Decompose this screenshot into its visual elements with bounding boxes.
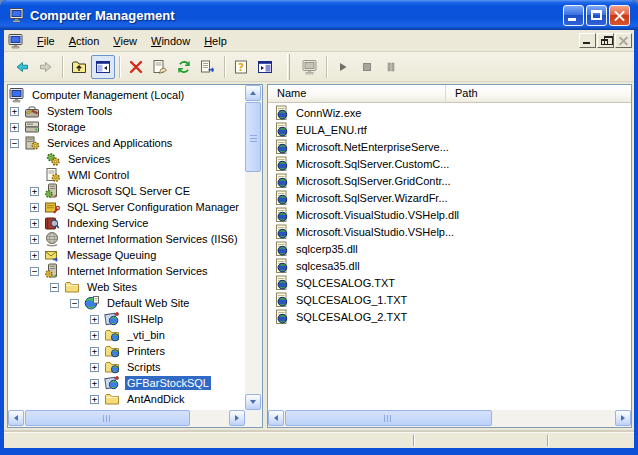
- list-item[interactable]: EULA_ENU.rtf: [268, 121, 631, 138]
- tree-item-services-and-applications[interactable]: − Services and Applications: [8, 135, 245, 151]
- expand-toggle[interactable]: +: [30, 235, 39, 244]
- tree-item-wmi-control[interactable]: WMI Control: [8, 167, 245, 183]
- scroll-left-button[interactable]: [268, 410, 284, 426]
- maximize-button[interactable]: [586, 5, 607, 26]
- toolbar-show-console-tree-button[interactable]: [91, 55, 115, 79]
- show-console-tree-icon: [95, 59, 111, 75]
- expand-toggle[interactable]: +: [30, 219, 39, 228]
- mdi-buttons: [579, 33, 632, 48]
- scroll-right-button[interactable]: [615, 410, 631, 426]
- tree-vscroll-thumb[interactable]: [245, 102, 261, 172]
- expand-toggle[interactable]: +: [90, 395, 99, 404]
- tree-item-system-tools[interactable]: + System Tools: [8, 103, 245, 119]
- toolbar-show-action-pane-button[interactable]: [253, 55, 277, 79]
- expand-toggle[interactable]: +: [90, 315, 99, 324]
- toolbar-export-list-button[interactable]: [196, 55, 220, 79]
- expand-toggle[interactable]: +: [90, 347, 99, 356]
- tree-horizontal-scrollbar[interactable]: [8, 410, 245, 427]
- tree-item-sql-config-manager[interactable]: + SQL Server Configuration Manager: [8, 199, 245, 215]
- menu-view[interactable]: View: [106, 32, 144, 50]
- column-header-path[interactable]: Path: [446, 85, 631, 103]
- menu-help[interactable]: Help: [197, 32, 234, 50]
- toolbar-back-button[interactable]: [10, 55, 34, 79]
- scroll-up-button[interactable]: [245, 85, 261, 101]
- tree-item-antanddick[interactable]: + AntAndDick: [8, 391, 245, 407]
- tree-item-web-sites[interactable]: − Web Sites: [8, 279, 245, 295]
- toolbar-up-one-level-button[interactable]: [67, 55, 91, 79]
- list-item[interactable]: sqlcesa35.dll: [268, 257, 631, 274]
- expand-toggle[interactable]: +: [90, 331, 99, 340]
- webapp-icon: [104, 311, 120, 327]
- toolbar-forward-button[interactable]: [34, 55, 58, 79]
- menu-file[interactable]: File: [30, 32, 62, 50]
- list-item[interactable]: Microsoft.SqlServer.WizardFr...: [268, 189, 631, 206]
- toolbar-help-button[interactable]: ?: [229, 55, 253, 79]
- mdi-close-button[interactable]: [615, 33, 632, 48]
- mdi-minimize-button[interactable]: [579, 33, 596, 48]
- computer-management-window: Computer Management File Action View Win…: [0, 0, 638, 455]
- tree-item-sql-server-ce[interactable]: + Microsoft SQL Server CE: [8, 183, 245, 199]
- close-button[interactable]: [609, 5, 630, 26]
- toolbar-stop-service-button[interactable]: [355, 55, 379, 79]
- tree-item-default-web-site[interactable]: − Default Web Site: [8, 295, 245, 311]
- mdi-restore-button[interactable]: [597, 33, 614, 48]
- titlebar[interactable]: Computer Management: [0, 0, 638, 30]
- indexing-icon: [44, 215, 60, 231]
- tree-item-vti-bin[interactable]: + _vti_bin: [8, 327, 245, 343]
- tree-vertical-scrollbar[interactable]: [245, 85, 262, 410]
- expand-toggle[interactable]: +: [30, 251, 39, 260]
- tree-item-iis[interactable]: − Internet Information Services: [8, 263, 245, 279]
- expand-toggle[interactable]: +: [90, 379, 99, 388]
- computer-icon: [9, 7, 25, 23]
- computer-icon[interactable]: [8, 33, 24, 49]
- expand-toggle[interactable]: +: [10, 107, 19, 116]
- list-item[interactable]: Microsoft.VisualStudio.VSHelp.dll: [268, 206, 631, 223]
- scroll-left-button[interactable]: [8, 410, 24, 426]
- expand-toggle[interactable]: +: [30, 203, 39, 212]
- toolbar-connect-computer-button[interactable]: [298, 55, 322, 79]
- list-item[interactable]: Microsoft.VisualStudio.VSHelp...: [268, 223, 631, 240]
- menu-action[interactable]: Action: [62, 32, 107, 50]
- expand-toggle[interactable]: +: [90, 363, 99, 372]
- toolbar-pause-service-button[interactable]: [379, 55, 403, 79]
- list-item[interactable]: SQLCESALOG_2.TXT: [268, 308, 631, 325]
- collapse-toggle[interactable]: −: [30, 267, 39, 276]
- collapse-toggle[interactable]: −: [10, 139, 19, 148]
- file-name: Microsoft.VisualStudio.VSHelp.dll: [294, 208, 461, 222]
- list-item[interactable]: SQLCESALOG_1.TXT: [268, 291, 631, 308]
- collapse-toggle[interactable]: −: [50, 283, 59, 292]
- tree-item-gfbarstocksql-selected[interactable]: + GFBarStockSQL: [8, 375, 245, 391]
- tree-item-services[interactable]: Services: [8, 151, 245, 167]
- mdi-restore-icon: [601, 39, 608, 45]
- collapse-toggle[interactable]: −: [70, 299, 79, 308]
- toolbar-start-service-button[interactable]: [331, 55, 355, 79]
- delete-icon: [128, 59, 144, 75]
- tree-item-scripts[interactable]: + Scripts: [8, 359, 245, 375]
- tree-item-indexing-service[interactable]: + Indexing Service: [8, 215, 245, 231]
- tree-item-printers[interactable]: + Printers: [8, 343, 245, 359]
- tree-item-storage[interactable]: + Storage: [8, 119, 245, 135]
- menu-window[interactable]: Window: [144, 32, 197, 50]
- list-item[interactable]: Microsoft.SqlServer.GridContr...: [268, 172, 631, 189]
- tree-item-iis6[interactable]: + Internet Information Services (IIS6): [8, 231, 245, 247]
- tree-hscroll-thumb[interactable]: [25, 410, 190, 426]
- list-item[interactable]: Microsoft.SqlServer.CustomC...: [268, 155, 631, 172]
- tree-item-message-queuing[interactable]: + Message Queuing: [8, 247, 245, 263]
- toolbar-refresh-button[interactable]: [172, 55, 196, 79]
- list-item[interactable]: sqlcerp35.dll: [268, 240, 631, 257]
- minimize-button[interactable]: [563, 5, 584, 26]
- scroll-right-button[interactable]: [229, 410, 245, 426]
- expand-toggle[interactable]: +: [10, 123, 19, 132]
- tree-item-computer-management[interactable]: Computer Management (Local): [8, 87, 245, 103]
- expand-toggle[interactable]: +: [30, 187, 39, 196]
- toolbar-delete-button[interactable]: [124, 55, 148, 79]
- column-header-name[interactable]: Name: [268, 85, 446, 103]
- scroll-down-button[interactable]: [245, 394, 261, 410]
- toolbar-properties-button[interactable]: [148, 55, 172, 79]
- list-horizontal-scrollbar[interactable]: [268, 410, 631, 427]
- list-hscroll-thumb[interactable]: [285, 410, 492, 426]
- list-item[interactable]: SQLCESALOG.TXT: [268, 274, 631, 291]
- list-item[interactable]: Microsoft.NetEnterpriseServe...: [268, 138, 631, 155]
- tree-item-iishelp[interactable]: + IISHelp: [8, 311, 245, 327]
- list-item[interactable]: ConnWiz.exe: [268, 104, 631, 121]
